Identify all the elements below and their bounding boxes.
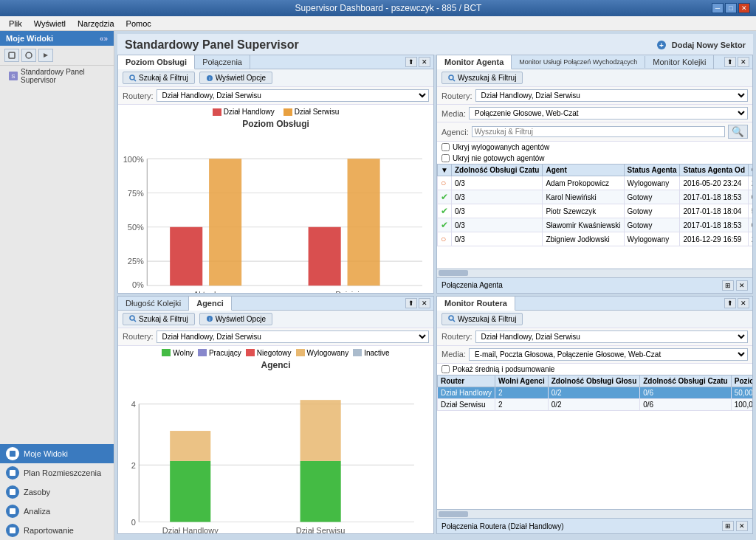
tab-monitor-wychodzacych[interactable]: Monitor Usługi Połączeń Wychodzących [512,56,645,68]
sidebar-item-plan-rozmieszczenia[interactable]: Plan Rozmieszczenia [0,463,114,482]
table-row[interactable]: Dział Serwisu 2 0/2 0/6 100,00% 0 0 [438,398,753,410]
minimize-button[interactable]: ─ [712,3,724,13]
panel-agenci-controls: ⬆ ✕ [405,298,433,308]
monitor-agenta-hscrollbar[interactable] [437,269,752,277]
agenci-chart-svg: 4 2 0 [121,373,430,534]
monitor-agenta-toolbar: Wyszukaj & Filtruj [437,69,752,87]
tab-poziom-obslugi[interactable]: Poziom Obsługi [118,55,195,69]
tab-monitor-kolejki[interactable]: Monitor Kolejki [645,55,714,69]
poziom-filter-select[interactable]: Dział Handlowy, Dział Serwisu [157,89,429,102]
sidebar-item-moje-widoki[interactable]: Moje Widoki [0,444,114,463]
main-layout: Moje Widoki «» S Standardowy Panel Super… [0,31,756,540]
col-czas[interactable]: Czas Statusu Agenta [749,165,753,176]
table-row[interactable]: Dział Handlowy 2 0/2 0/6 50,00% 0 0 [438,387,753,398]
col-agent[interactable]: Agent [543,165,624,176]
panel-agenci-close[interactable]: ✕ [419,298,430,308]
poziom-search-btn[interactable]: Szukaj & Filtruj [123,72,195,84]
rcol-glos[interactable]: Zdolność Obsługi Głosu [548,375,640,387]
menu-narzedzia[interactable]: Narzędzia [72,18,120,30]
close-button[interactable]: ✕ [738,3,750,13]
tab-dlugosc-kolejki[interactable]: Długość Kolejki [118,297,189,310]
menu-wyswietl[interactable]: Wyświetl [28,18,72,30]
panel-poziom-close[interactable]: ✕ [419,57,430,67]
monitor-agenta-agent-input[interactable] [472,126,725,137]
monitor-agenta-agent-row: Agenci: 🔍 [437,122,752,142]
sidebar-item-zasoby[interactable]: Zasoby [0,482,114,502]
col-status-od[interactable]: Status Agenta Od [680,165,749,176]
svg-rect-27 [309,227,341,285]
monitor-routera-check[interactable] [441,365,450,373]
content-area: Standardowy Panel Supervisor + Dodaj Now… [114,31,756,540]
col-status[interactable]: Status Agenta [624,165,680,176]
table-row[interactable]: ○ 0/3 Zbigniew Jodłowski Wylogowany 2016… [438,232,753,246]
rcol-wolni[interactable]: Wolni Agenci [495,375,548,387]
sidebar-tool-3[interactable] [38,49,53,62]
table-row[interactable]: ✔ 0/3 Karol Niewiński Gotowy 2017-01-18 … [438,190,753,204]
panel-agenci-expand[interactable]: ⬆ [405,298,417,308]
sidebar-collapse-arrows[interactable]: «» [100,35,108,43]
sidebar-item-analiza[interactable]: Analiza [0,502,114,521]
monitor-routera-config-btn[interactable]: ✕ [736,521,748,531]
monitor-agenta-router-label: Routery: [441,91,472,100]
monitor-agenta-router-select[interactable]: Dział Handlowy, Dział Serwisu [475,89,748,102]
tab-monitor-agenta[interactable]: Monitor Agenta [437,55,512,69]
rcol-czat[interactable]: Zdolność Obsługi Czatu [640,375,731,387]
panel-main-header: Standardowy Panel Supervisor + Dodaj Now… [117,34,753,55]
agent-name: Piotr Szewczyk [543,204,624,218]
agent-icon-cell: ✔ [438,204,452,218]
agenci-filter-select[interactable]: Dział Handlowy, Dział Serwisu [157,330,429,343]
monitor-routera-hscrollbar[interactable] [437,509,752,518]
tab-agenci[interactable]: Agenci [189,297,232,311]
panel-main-title: Standardowy Panel Supervisor [125,38,299,52]
sidebar-tool-1[interactable] [4,49,19,62]
sidebar-item-raportowanie[interactable]: Raportowanie [0,521,114,540]
svg-line-33 [453,79,456,81]
poziom-chart-title: Poziom Obsługi [121,119,430,129]
monitor-agenta-check2[interactable] [441,154,450,162]
monitor-agenta-search-btn[interactable]: Wyszukaj & Filtruj [441,72,523,84]
agenci-filter-label: Routery: [123,332,154,341]
monitor-routera-close[interactable]: ✕ [738,298,749,308]
svg-rect-47 [300,400,341,461]
agenci-options-btn[interactable]: i Wyświetl Opcje [199,313,272,325]
table-row[interactable]: ✔ 0/3 Piotr Szewczyk Gotowy 2017-01-18 1… [438,204,753,218]
col-zdolnosc[interactable]: Zdolność Obsługi Czatu [452,165,543,176]
menu-pomoc[interactable]: Pomoc [120,18,157,30]
col-sort[interactable]: ▼ [438,165,452,176]
monitor-agenta-expand[interactable]: ⬆ [724,57,736,67]
monitor-routera-search-btn[interactable]: Wyszukaj & Filtruj [441,313,523,325]
monitor-agenta-copy-btn[interactable]: ⊞ [722,280,734,291]
monitor-agenta-check1[interactable] [441,143,450,151]
poziom-filter-label: Routery: [123,91,154,100]
sidebar-tree-standard[interactable]: S Standardowy Panel Supervisor [0,66,114,86]
monitor-routera-media-select[interactable]: E-mail, Poczta Głosowa, Połączenie Głoso… [469,348,748,361]
monitor-routera-table: Router Wolni Agenci Zdolność Obsługi Gło… [437,375,752,411]
monitor-routera-expand[interactable]: ⬆ [724,298,736,308]
menu-plik[interactable]: Plik [3,18,28,30]
monitor-agenta-table-scroll[interactable]: ▼ Zdolność Obsługi Czatu Agent Status Ag… [437,164,752,269]
monitor-routera-router-select[interactable]: Dział Handlowy, Dział Serwisu [475,330,748,343]
window-controls[interactable]: ─ □ ✕ [712,3,750,13]
add-sector-button[interactable]: + Dodaj Nowy Sektor [656,40,746,50]
monitor-routera-table-scroll[interactable]: Router Wolni Agenci Zdolność Obsługi Gło… [437,375,752,510]
poziom-options-btn[interactable]: i Wyświetl Opcje [199,72,272,84]
svg-rect-25 [170,227,202,285]
rcol-poziom[interactable]: Poziom Obsługi [731,375,752,387]
tab-polaczenia[interactable]: Połączenia [195,55,250,69]
monitor-agenta-config-btn[interactable]: ✕ [736,280,748,291]
monitor-agenta-media-select[interactable]: Połączenie Głosowe, Web-Czat [469,107,748,120]
maximize-button[interactable]: □ [725,3,737,13]
agent-zdolnosc: 0/3 [452,204,543,218]
table-row[interactable]: ○ 0/3 Adam Prokopowicz Wylogowany 2016-0… [438,176,753,190]
rcol-router[interactable]: Router [438,375,495,387]
table-row[interactable]: ✔ 0/3 Sławomir Kwaśniewski Gotowy 2017-0… [438,218,753,232]
svg-text:Dział Serwisu: Dział Serwisu [296,525,346,533]
svg-text:+: + [659,41,664,49]
tab-monitor-routera[interactable]: Monitor Routera [437,297,515,311]
monitor-agenta-agent-search-btn[interactable]: 🔍 [728,125,748,139]
panel-poziom-expand[interactable]: ⬆ [405,57,417,67]
monitor-agenta-close[interactable]: ✕ [738,57,749,67]
sidebar-tool-2[interactable] [21,49,36,62]
monitor-routera-copy-btn[interactable]: ⊞ [722,521,734,531]
agenci-search-btn[interactable]: Szukaj & Filtruj [123,313,195,325]
